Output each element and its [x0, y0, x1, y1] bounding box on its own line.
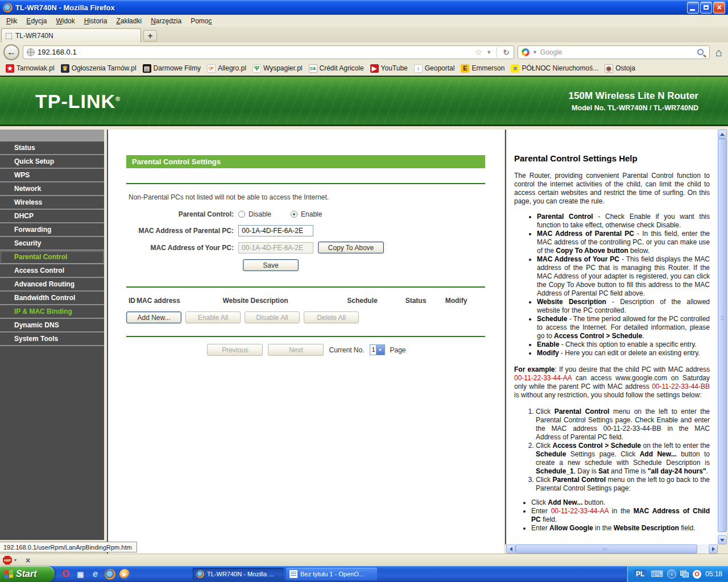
enable-radio[interactable] — [291, 211, 297, 218]
next-button[interactable]: Next — [268, 344, 324, 356]
sidebar-item-advanced-routing[interactable]: Advanced Routing — [0, 278, 104, 292]
sidebar-item-network[interactable]: Network — [0, 182, 104, 196]
taskbar-task-firefox[interactable]: TL-WR740N - Mozilla ... — [193, 568, 284, 580]
sidebar-item-wireless[interactable]: Wireless — [0, 196, 104, 210]
copy-to-above-button[interactable]: Copy To Above — [318, 242, 384, 253]
sidebar-item-quick-setup[interactable]: Quick Setup — [0, 155, 104, 169]
bookmark-og-oszenia-tarn-w-pl[interactable]: ♛Ogłoszenia Tarnów.pl — [59, 63, 139, 74]
sidebar-item-wps[interactable]: WPS — [0, 169, 104, 182]
help-text: Schedule — [536, 450, 566, 458]
url-bar[interactable]: 192.168.0.1 ☆ ▼ ↻ — [23, 45, 514, 59]
quicklaunch-window-icon[interactable]: ▣ — [75, 569, 86, 580]
menu-plik[interactable]: Plik — [2, 16, 22, 26]
bookmark-favicon: ☞ — [207, 64, 216, 73]
pagination: Previous Next Current No. 1 ▼ Page — [108, 344, 504, 356]
bookmark-darmowe-filmy[interactable]: ▤Darmowe Filmy — [140, 63, 203, 74]
sidebar-item-security[interactable]: Security — [0, 237, 104, 251]
sidebar-item-dynamic-dns[interactable]: Dynamic DNS — [0, 319, 104, 332]
help-list-item: Modify - Here you can edit or delete an … — [537, 349, 710, 357]
addon-bar-close-icon[interactable]: × — [26, 556, 30, 564]
taskbar-task-writer[interactable]: Bez tytułu 1 - OpenO... — [286, 568, 377, 580]
quicklaunch-firefox-icon[interactable] — [105, 569, 115, 580]
search-placeholder[interactable]: Google — [540, 48, 694, 56]
sidebar-item-status[interactable]: Status — [0, 142, 104, 155]
search-bar[interactable]: ▼ Google — [518, 45, 710, 59]
disable-all-button[interactable]: Disable All — [245, 311, 300, 323]
search-icon[interactable] — [697, 49, 704, 55]
google-engine-icon[interactable] — [522, 48, 530, 56]
close-button[interactable]: × — [713, 2, 725, 14]
sidebar-item-system-tools[interactable]: System Tools — [0, 332, 104, 346]
sidebar-item-access-control[interactable]: Access Control — [0, 264, 104, 278]
adblock-dropdown-icon[interactable]: ▾ — [14, 558, 16, 563]
enable-all-button[interactable]: Enable All — [185, 311, 241, 323]
sidebar-item-parental-control[interactable]: Parental Control — [0, 251, 104, 264]
menu-zakładki[interactable]: Zakładki — [111, 16, 146, 26]
home-icon[interactable]: ⌂ — [713, 47, 725, 58]
bookmark-cr-dit-agricole[interactable]: CACrédit Agricole — [307, 63, 366, 74]
new-tab-button[interactable]: + — [143, 30, 157, 41]
previous-button[interactable]: Previous — [207, 344, 263, 356]
bookmarks-bar: ★Tarnowiak.pl♛Ogłoszenia Tarnów.pl▤Darmo… — [0, 61, 728, 76]
bookmark-wyspagier-pl[interactable]: ΨWyspagier.pl — [250, 63, 305, 74]
url-text[interactable]: 192.168.0.1 — [38, 48, 472, 56]
scroll-left-icon[interactable] — [506, 544, 515, 554]
delete-all-button[interactable]: Delete All — [304, 311, 359, 323]
system-tray: PL ⌨ ‹ O 05:18 — [626, 566, 728, 582]
window-title: TL-WR740N - Mozilla Firefox — [15, 3, 687, 12]
menu-widok[interactable]: Widok — [51, 16, 79, 26]
url-dropdown-icon[interactable]: ▼ — [485, 49, 493, 55]
horizontal-scrollbar[interactable] — [506, 544, 718, 554]
vertical-scrollbar[interactable] — [718, 130, 727, 544]
sidebar-item-ip-mac-binding[interactable]: IP & MAC Binding — [0, 305, 104, 319]
keyboard-icon[interactable]: ⌨ — [651, 569, 663, 579]
scroll-down-icon[interactable] — [718, 535, 727, 544]
bookmark-allegro-pl[interactable]: ☞Allegro.pl — [205, 63, 249, 74]
add-new-button[interactable]: Add New... — [126, 311, 181, 323]
disable-radio[interactable] — [238, 211, 245, 218]
vertical-scroll-thumb[interactable] — [718, 139, 727, 532]
bookmark-p-noc-nieruchomo-[interactable]: ≡PÓŁNOC Nieruchomoś... — [508, 63, 601, 74]
bookmark-favicon: ◉ — [605, 64, 613, 73]
sidebar-item-bandwidth-control[interactable]: Bandwidth Control — [0, 292, 104, 305]
bookmark-star-icon[interactable]: ☆ — [475, 47, 482, 57]
save-button[interactable]: Save — [243, 259, 299, 271]
quicklaunch-wmp-icon[interactable]: ▶ — [119, 569, 130, 580]
sidebar-item-forwarding[interactable]: Forwarding — [0, 223, 104, 237]
mac-parental-input[interactable] — [238, 225, 313, 236]
bookmark-label: Ogłoszenia Tarnów.pl — [72, 64, 136, 72]
minimize-button[interactable] — [687, 2, 699, 14]
sidebar-item-dhcp[interactable]: DHCP — [0, 210, 104, 223]
bookmark-youtube[interactable]: ▶YouTube — [368, 63, 410, 74]
help-text: For example — [514, 365, 555, 373]
bookmark-tarnowiak-pl[interactable]: ★Tarnowiak.pl — [3, 63, 57, 74]
menu-historia[interactable]: Historia — [80, 16, 112, 26]
menu-edycja[interactable]: Edycja — [22, 16, 51, 26]
bookmark-emmerson[interactable]: EEmmerson — [458, 63, 507, 74]
tab-tl-wr740n[interactable]: TL-WR740N — [1, 28, 141, 43]
navigation-bar: ← 192.168.0.1 ☆ ▼ ↻ ▼ Google ⌂ — [0, 43, 728, 61]
language-indicator[interactable]: PL — [634, 569, 647, 579]
menu-narzędzia[interactable]: Narzędzia — [146, 16, 186, 26]
bookmark-geoportal[interactable]: ♁Geoportal — [412, 63, 457, 74]
adblock-plus-icon[interactable]: ABP — [3, 556, 12, 565]
scroll-up-icon[interactable] — [718, 130, 727, 139]
scroll-right-icon[interactable] — [709, 544, 718, 554]
select-dropdown-icon[interactable]: ▼ — [376, 345, 384, 355]
page-select[interactable]: 1 ▼ — [370, 344, 385, 355]
start-button[interactable]: Start — [0, 566, 55, 582]
search-engine-dropdown-icon[interactable]: ▼ — [532, 49, 537, 55]
horizontal-scroll-thumb[interactable] — [515, 544, 697, 554]
quicklaunch-ie-icon[interactable]: e — [90, 569, 101, 580]
restore-button[interactable] — [700, 2, 712, 14]
network-icon[interactable] — [680, 571, 689, 577]
hide-icons-icon[interactable]: ‹ — [667, 569, 676, 579]
quick-launch: O▣e▶ — [60, 569, 130, 580]
quicklaunch-opera-icon[interactable]: O — [60, 569, 71, 580]
menu-pomoc[interactable]: Pomoc — [186, 16, 216, 26]
back-button[interactable]: ← — [3, 44, 19, 60]
reload-icon[interactable]: ↻ — [501, 48, 511, 57]
help-text: Website Description — [537, 298, 606, 306]
opera-tray-icon[interactable]: O — [693, 570, 701, 579]
bookmark-ostoja[interactable]: ◉Ostoja — [602, 63, 638, 74]
